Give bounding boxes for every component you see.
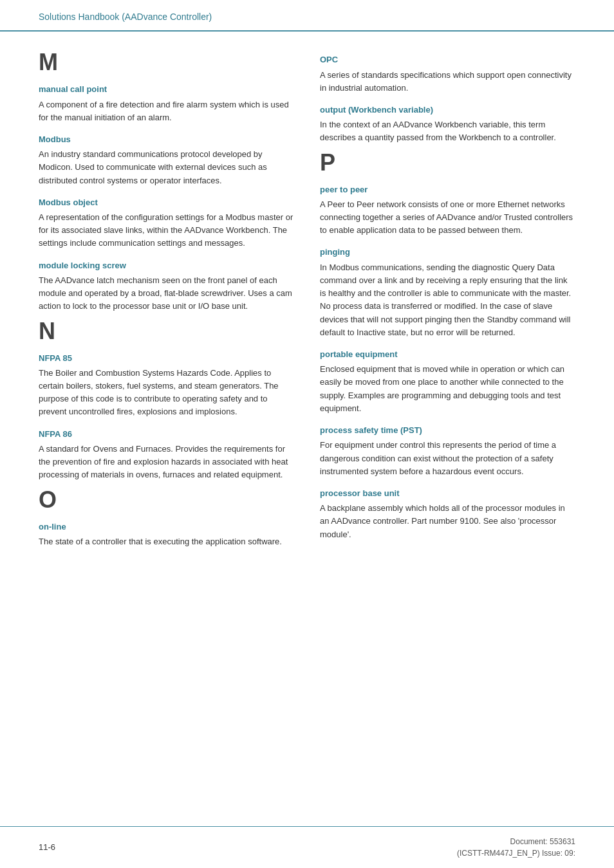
term-body-portable-equipment: Enclosed equipment that is moved while i… <box>320 363 575 415</box>
section-letter-o: O <box>39 488 294 512</box>
term-body-on-line: The state of a controller that is execut… <box>39 535 294 548</box>
term-body-nfpa86: A standard for Ovens and Furnaces. Provi… <box>39 443 294 481</box>
term-pinging: pinging In Modbus communications, sendin… <box>320 246 575 338</box>
footer-document: Document: 553631 <box>457 836 575 847</box>
term-manual-call-point: manual call point A component of a fire … <box>39 83 294 124</box>
top-bar: Solutions Handbook (AADvance Controller) <box>0 0 614 32</box>
term-modbus: Modbus An industry standard communicatio… <box>39 133 294 187</box>
term-title-nfpa85: NFPA 85 <box>39 352 294 365</box>
term-title-manual-call-point: manual call point <box>39 83 294 96</box>
term-title-peer-to-peer: peer to peer <box>320 183 575 196</box>
term-body-nfpa85: The Boiler and Combustion Systems Hazard… <box>39 367 294 419</box>
term-title-modbus: Modbus <box>39 133 294 146</box>
term-module-locking-screw: module locking screw The AADvance latch … <box>39 259 294 313</box>
term-body-peer-to-peer: A Peer to Peer network consists of one o… <box>320 198 575 237</box>
term-body-modbus: An industry standard communications prot… <box>39 148 294 187</box>
term-title-processor-base-unit: processor base unit <box>320 487 575 500</box>
term-title-opc: OPC <box>320 53 575 66</box>
term-title-nfpa86: NFPA 86 <box>39 428 294 441</box>
term-title-pinging: pinging <box>320 246 575 259</box>
term-opc: OPC A series of standards specifications… <box>320 53 575 95</box>
term-body-modbus-object: A representation of the configuration se… <box>39 211 294 250</box>
term-process-safety-time: process safety time (PST) For equipment … <box>320 424 575 478</box>
term-body-manual-call-point: A component of a fire detection and fire… <box>39 98 294 124</box>
term-body-opc: A series of standards specifications whi… <box>320 69 575 95</box>
left-column: M manual call point A component of a fir… <box>39 44 294 552</box>
footer-page-number: 11-6 <box>39 841 55 854</box>
term-body-output-workbench-variable: In the context of an AADvance Workbench … <box>320 118 575 144</box>
term-title-process-safety-time: process safety time (PST) <box>320 424 575 437</box>
footer-document-code: (ICSTT-RM447J_EN_P) Issue: 09: <box>457 847 575 859</box>
term-body-pinging: In Modbus communications, sending the di… <box>320 261 575 339</box>
term-body-processor-base-unit: A backplane assembly which holds all of … <box>320 502 575 540</box>
page: Solutions Handbook (AADvance Controller)… <box>0 0 614 868</box>
term-nfpa86: NFPA 86 A standard for Ovens and Furnace… <box>39 428 294 482</box>
footer-document-info: Document: 553631 (ICSTT-RM447J_EN_P) Iss… <box>457 836 575 859</box>
right-column: OPC A series of standards specifications… <box>320 44 575 552</box>
section-letter-n: N <box>39 320 294 343</box>
term-processor-base-unit: processor base unit A backplane assembly… <box>320 487 575 541</box>
header-title: Solutions Handbook (AADvance Controller) <box>39 12 212 22</box>
section-letter-p: P <box>320 151 575 174</box>
term-on-line: on-line The state of a controller that i… <box>39 521 294 549</box>
term-body-module-locking-screw: The AADvance latch mechanism seen on the… <box>39 274 294 313</box>
term-title-on-line: on-line <box>39 521 294 533</box>
term-portable-equipment: portable equipment Enclosed equipment th… <box>320 348 575 415</box>
content-area: M manual call point A component of a fir… <box>0 32 614 578</box>
term-title-module-locking-screw: module locking screw <box>39 259 294 272</box>
term-title-portable-equipment: portable equipment <box>320 348 575 361</box>
term-body-process-safety-time: For equipment under control this represe… <box>320 439 575 477</box>
term-modbus-object: Modbus object A representation of the co… <box>39 196 294 250</box>
term-title-output-workbench-variable: output (Workbench variable) <box>320 104 575 116</box>
term-peer-to-peer: peer to peer A Peer to Peer network cons… <box>320 183 575 237</box>
section-letter-m: M <box>39 51 294 74</box>
term-nfpa85: NFPA 85 The Boiler and Combustion System… <box>39 352 294 419</box>
term-output-workbench-variable: output (Workbench variable) In the conte… <box>320 104 575 145</box>
bottom-bar: 11-6 Document: 553631 (ICSTT-RM447J_EN_P… <box>0 826 614 868</box>
term-title-modbus-object: Modbus object <box>39 196 294 209</box>
